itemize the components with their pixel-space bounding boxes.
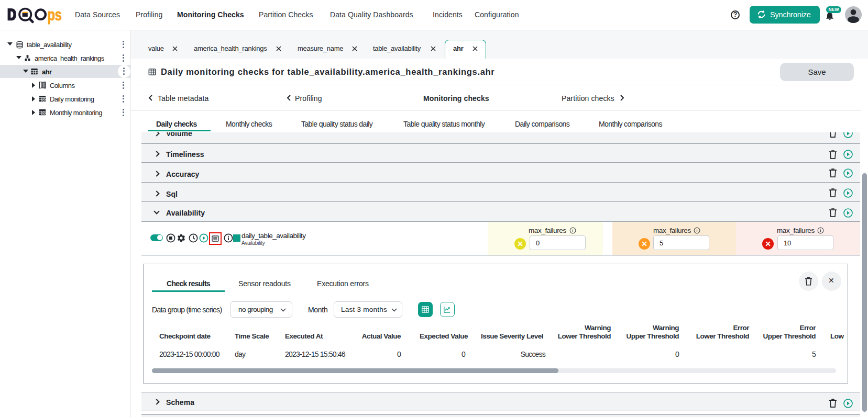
svg-text:ps: ps: [48, 6, 62, 24]
